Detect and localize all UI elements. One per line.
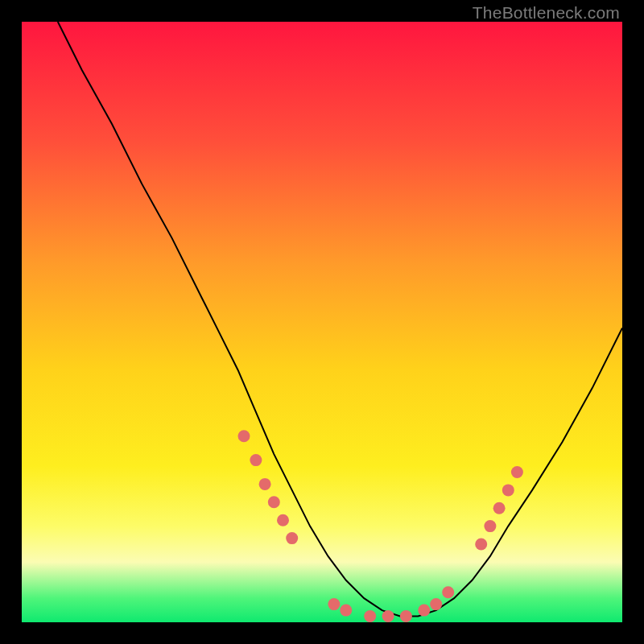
chart-marker xyxy=(259,478,271,490)
chart-marker xyxy=(484,520,496,532)
chart-markers xyxy=(238,430,523,622)
chart-marker xyxy=(250,454,262,466)
chart-marker xyxy=(277,514,289,526)
chart-marker xyxy=(493,502,506,514)
chart-marker xyxy=(340,605,352,617)
chart-marker xyxy=(238,430,250,442)
chart-marker xyxy=(364,610,376,622)
chart-curve xyxy=(58,22,622,617)
watermark-text: TheBottleneck.com xyxy=(473,3,620,23)
chart-frame: TheBottleneck.com xyxy=(0,0,644,644)
chart-marker xyxy=(382,610,394,622)
chart-marker xyxy=(400,610,412,622)
chart-svg xyxy=(22,22,622,622)
chart-marker xyxy=(502,484,514,496)
chart-marker xyxy=(286,532,298,544)
chart-marker xyxy=(328,598,340,610)
chart-marker xyxy=(442,586,454,598)
chart-marker xyxy=(418,605,430,617)
chart-marker xyxy=(511,466,523,478)
chart-marker xyxy=(430,598,442,610)
chart-plot-area xyxy=(22,22,622,622)
chart-marker xyxy=(475,539,487,551)
chart-marker xyxy=(268,496,280,508)
